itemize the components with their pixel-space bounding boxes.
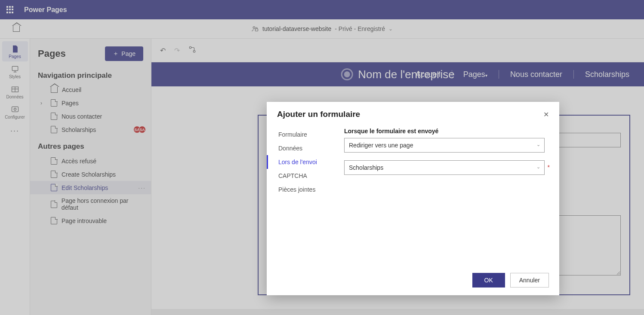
tab-captcha[interactable]: CAPTCHA xyxy=(267,169,340,183)
tab-lors-envoi[interactable]: Lors de l'envoi xyxy=(267,155,340,169)
on-submit-select-wrapper: Rediriger vers une page ⌄ xyxy=(344,138,545,153)
required-indicator: * xyxy=(548,164,550,171)
dialog-footer: OK Annuler xyxy=(267,267,559,295)
on-submit-select[interactable]: Rediriger vers une page xyxy=(344,138,545,153)
dialog-title: Ajouter un formulaire xyxy=(277,110,360,119)
close-icon[interactable]: ✕ xyxy=(543,110,549,119)
tab-donnees[interactable]: Données xyxy=(267,141,340,155)
dialog-content: Lorsque le formulaire est envoyé Redirig… xyxy=(340,128,549,267)
redirect-page-select-wrapper: Scholarships ⌄ * xyxy=(344,160,545,175)
dialog-tabs: Formulaire Données Lors de l'envoi CAPTC… xyxy=(267,128,340,267)
ok-button[interactable]: OK xyxy=(472,273,505,287)
add-form-dialog: Ajouter un formulaire ✕ Formulaire Donné… xyxy=(267,102,559,295)
content-heading: Lorsque le formulaire est envoyé xyxy=(344,128,545,135)
tab-formulaire[interactable]: Formulaire xyxy=(267,128,340,141)
cancel-button[interactable]: Annuler xyxy=(510,273,549,287)
tab-pieces-jointes[interactable]: Pièces jointes xyxy=(267,183,340,196)
redirect-page-select[interactable]: Scholarships xyxy=(344,160,545,175)
